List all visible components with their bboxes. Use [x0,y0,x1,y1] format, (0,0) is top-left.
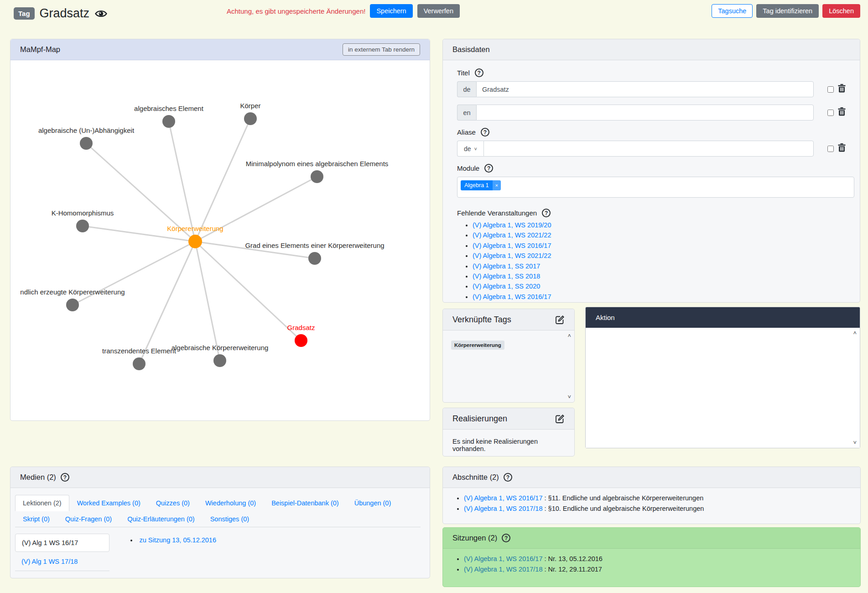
titel-label: Titel [457,69,470,77]
scroll-up-icon[interactable] [853,330,857,336]
medien-title: Medien (2) [20,473,56,482]
scroll-up-icon[interactable] [567,333,571,339]
abschnitt-link[interactable]: (V) Algebra 1, WS 2016/17 [464,494,543,502]
basisdaten-body: Titel de [443,60,860,302]
abschnitte-list: (V) Algebra 1, WS 2016/17 : §11. Endlich… [452,493,851,514]
medien-body: Lektionen (2)Worked Examples (0)Quizzes … [10,488,430,571]
identify-tag-button[interactable]: Tag identifizieren [756,4,819,18]
tag-actions-bar: Tagsuche Tag identifizieren Löschen [712,4,860,18]
veranstaltung-link[interactable]: (V) Algebra 1, WS 2016/17 [473,242,551,249]
alias-trash-icon[interactable] [838,143,846,154]
veranstaltung-link[interactable]: (V) Algebra 1, SS 2018 [473,273,540,280]
aktion-panel: Aktion [585,307,860,448]
veranstaltung-link[interactable]: (V) Algebra 1, WS 2021/22 [473,231,551,239]
medien-side-tabs: (V) Alg 1 WS 16/17(V) Alg 1 WS 17/18 [15,534,109,571]
abschnitt-link[interactable]: (V) Algebra 1, WS 2017/18 [464,505,543,512]
veranstaltung-link[interactable]: (V) Algebra 1, WS 2019/20 [473,221,551,229]
page-header: Tag Gradsatz [14,6,108,21]
discard-button[interactable]: Verwerfen [417,4,460,18]
titel-en-trash-icon[interactable] [838,107,846,118]
titel-de-trash-icon[interactable] [838,84,846,94]
sitzung-link[interactable]: (V) Algebra 1, WS 2016/17 [464,555,543,562]
mampf-map-graph: Körpererweiterungalgebraisches ElementKö… [10,60,430,420]
map-node[interactable] [162,115,175,128]
module-help-icon[interactable] [484,164,493,173]
titel-en-input[interactable] [476,105,814,121]
realisierungen-title: Realisierungen [452,414,507,424]
basisdaten-header: Basisdaten [443,39,860,60]
alias-lang-value: de [464,145,471,152]
media-tab[interactable]: Quiz-Erläuterungen (0) [120,511,203,527]
alias-row: de [457,141,846,157]
map-node[interactable] [244,112,257,125]
sitzung-link[interactable]: (V) Algebra 1, WS 2017/18 [464,566,543,573]
veranstaltung-link[interactable]: (V) Algebra 1, SS 2020 [473,283,540,290]
list-item: (V) Algebra 1, WS 2017/18 : §10. Endlich… [464,504,851,514]
verknuepfte-tags-title: Verknüpfte Tags [452,315,511,325]
map-node-label: algebraische (Un-)Abhängigkeit [38,126,135,134]
medien-help-icon[interactable] [61,473,69,482]
media-tab[interactable]: Sonstiges (0) [203,511,257,527]
map-node[interactable] [66,299,79,311]
sitzungen-body: (V) Algebra 1, WS 2016/17 : Nr. 13, 05.1… [443,549,860,580]
module-multiselect[interactable]: Algebra 1 [457,177,854,198]
map-node[interactable] [188,235,202,248]
lecture-side-tab[interactable]: (V) Alg 1 WS 17/18 [15,552,109,571]
map-node[interactable] [308,252,321,265]
abschnitte-help-icon[interactable] [504,473,512,482]
map-node[interactable] [133,357,146,370]
tag-search-button[interactable]: Tagsuche [712,4,753,18]
titel-de-checkbox[interactable] [827,86,834,93]
save-button[interactable]: Speichern [370,4,412,18]
list-item: (V) Algebra 1, SS 2018 [473,271,846,281]
media-tab[interactable]: Quiz-Fragen (0) [57,511,120,527]
visibility-eye-icon [94,9,108,19]
veranstaltung-link[interactable]: (V) Algebra 1, WS 2021/22 [473,252,551,259]
list-item-text: : Nr. 13, 05.12.2016 [543,555,603,562]
realisierungen-panel: Realisierungen Es sind keine Realisierun… [442,408,575,457]
sitzungen-help-icon[interactable] [502,534,510,542]
module-label: Module [457,164,479,172]
media-tab[interactable]: Übungen (0) [347,495,399,511]
fehlende-help-icon[interactable] [542,209,551,217]
media-tab[interactable]: Skript (0) [15,511,57,527]
medium-link[interactable]: zu Sitzung 13, 05.12.2016 [140,536,217,544]
map-node[interactable] [76,220,89,232]
alias-lang-select[interactable]: de [457,141,483,157]
map-node[interactable] [213,354,226,367]
linked-tag-chip[interactable]: Körpererweiterung [451,341,504,350]
map-node-label: Gradsatz [287,324,315,331]
alias-input[interactable] [483,141,814,157]
module-chip-remove-icon[interactable] [493,180,501,190]
media-tab[interactable]: Beispiel-Datenbank (0) [264,495,347,511]
medien-item-list: zu Sitzung 13, 05.12.2016 [130,535,216,571]
render-external-tab-button[interactable]: in externem Tab rendern [343,43,420,56]
titel-de-input[interactable] [476,81,814,97]
media-tab[interactable]: Wiederholung (0) [198,495,264,511]
scroll-down-icon[interactable] [567,394,571,400]
media-tab[interactable]: Quizzes (0) [148,495,198,511]
list-item-text: : §11. Endliche und algebraische Körpere… [543,494,704,502]
map-node[interactable] [80,137,93,150]
titel-en-checkbox[interactable] [827,110,834,116]
lecture-side-tab[interactable]: (V) Alg 1 WS 16/17 [15,534,109,552]
veranstaltung-link[interactable]: (V) Algebra 1, SS 2017 [473,262,540,270]
alias-checkbox[interactable] [827,146,834,152]
media-tab[interactable]: Worked Examples (0) [69,495,148,511]
sitzungen-header: Sitzungen (2) [443,528,860,549]
list-item: (V) Algebra 1, SS 2017 [473,261,846,271]
delete-tag-button[interactable]: Löschen [822,4,860,18]
aliase-label-row: Aliase [457,128,846,136]
sitzungen-list: (V) Algebra 1, WS 2016/17 : Nr. 13, 05.1… [452,554,851,575]
verknuepfte-tags-panel: Verknüpfte Tags Körpererweiterung [442,309,575,403]
titel-help-icon[interactable] [475,68,483,77]
media-tab[interactable]: Lektionen (2) [15,495,69,511]
edit-realisierungen-icon[interactable] [555,414,565,424]
edit-tags-icon[interactable] [555,315,565,325]
scroll-down-icon[interactable] [853,440,857,446]
map-node[interactable] [311,170,323,183]
aliase-help-icon[interactable] [481,128,489,136]
veranstaltung-link[interactable]: (V) Algebra 1, WS 2016/17 [473,293,551,300]
map-node[interactable] [295,334,307,347]
fehlende-label-row: Fehlende Veranstaltungen [457,209,846,217]
